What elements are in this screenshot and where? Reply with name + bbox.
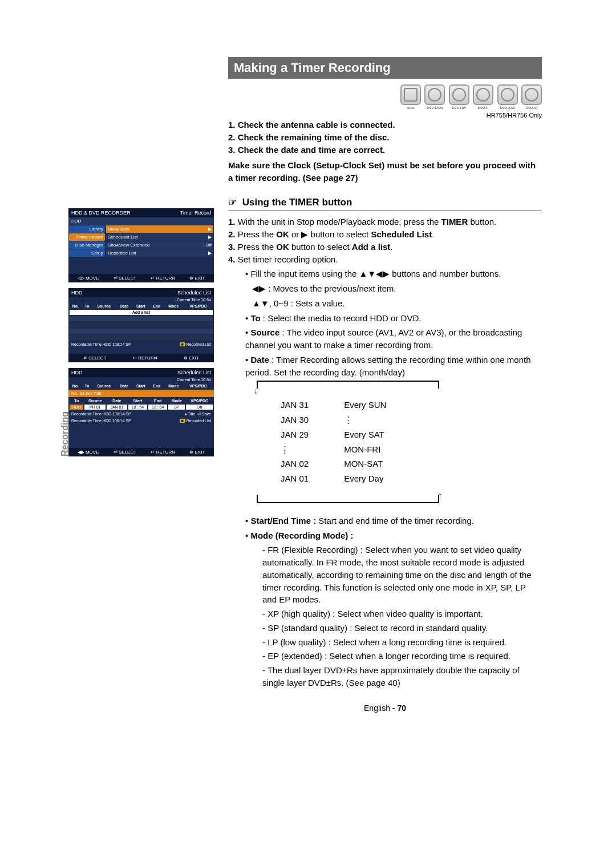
opt-to: • To : Select the media to record HDD or…: [245, 312, 542, 325]
subheader-text: Using the TIMER button: [242, 197, 352, 208]
opt-fill: • Fill the input items using the ▲▼◀▶ bu…: [245, 268, 542, 280]
check-2-text: Check the remaining time of the disc.: [238, 132, 390, 142]
hand-icon: ☞: [228, 196, 240, 210]
clock-note: Make sure the Clock (Setup-Clock Set) mu…: [228, 159, 542, 184]
date-cycle-table: JAN 31Every SUN JAN 30⋮ JAN 29Every SAT …: [262, 397, 404, 487]
opt-source: • Source : The video input source (AV1, …: [245, 326, 542, 351]
page-footer: English - 70: [228, 704, 542, 713]
dvd-plus-rw-icon: [497, 84, 518, 105]
disc-note: HR755/HR756 Only: [228, 112, 542, 119]
hdd-icon: [400, 84, 421, 105]
step-4: 4. Set timer recording option.: [228, 253, 542, 266]
up-arrow-icon: ↑: [438, 490, 442, 501]
page-title: Making a Timer Recording: [228, 57, 542, 79]
step-1: 1. With the unit in Stop mode/Playback m…: [228, 216, 542, 228]
dvd-r-icon: [473, 84, 493, 105]
osd-screenshot-2: HDDScheduled List Current Time 10:54 No.…: [68, 288, 214, 362]
osd-screenshot-1: HDD & DVD RECORDERTimer Record HDD Libra…: [68, 208, 214, 282]
step-2: 2. Press the OK or ▶ button to select Sc…: [228, 228, 542, 241]
check-3-text: Check the date and time are correct.: [238, 145, 385, 155]
mode-ep: - EP (extended) : Select when a longer r…: [262, 650, 542, 662]
date-cycle-top-bracket: ↓: [257, 381, 439, 389]
opt-sets: ▲▼, 0~9 : Sets a value.: [252, 297, 542, 310]
mode-lp: - LP (low quality) : Select when a long …: [262, 636, 542, 649]
disc-icons-row: [228, 84, 542, 105]
dvd-ram-icon: [424, 84, 445, 105]
dvd-rw-icon: [449, 84, 469, 105]
opt-start-end: • Start/End Time : Start and end time of…: [245, 515, 542, 527]
opt-date: • Date : Timer Recording allows setting …: [245, 354, 542, 379]
dvd-plus-r-icon: [521, 84, 542, 105]
mode-sp: - SP (standard quality) : Select to reco…: [262, 622, 542, 634]
check-1-text: Check the antenna cable is connected.: [238, 120, 395, 130]
date-cycle-bottom-bracket: ↑: [257, 495, 439, 503]
check-3: 3. Check the date and time are correct.: [228, 144, 542, 156]
down-arrow-icon: ↓: [254, 385, 258, 397]
mode-fr: - FR (Flexible Recording) : Select when …: [262, 544, 542, 606]
opt-move: ◀▶ : Moves to the previous/next item.: [252, 282, 542, 295]
step-3: 3. Press the OK button to select Add a l…: [228, 241, 542, 253]
opt-mode: • Mode (Recording Mode) :: [245, 529, 542, 542]
check-1: 1. Check the antenna cable is connected.: [228, 119, 542, 131]
mode-xp: - XP (high quality) : Select when video …: [262, 608, 542, 620]
subheader-timer: ☞ Using the TIMER button: [228, 196, 542, 212]
mode-dual: - The dual layer DVD±Rs have approximate…: [262, 664, 542, 689]
check-2: 2. Check the remaining time of the disc.: [228, 131, 542, 144]
osd-screenshot-3: HDDScheduled List Current Time 10:54 No.…: [68, 368, 214, 456]
